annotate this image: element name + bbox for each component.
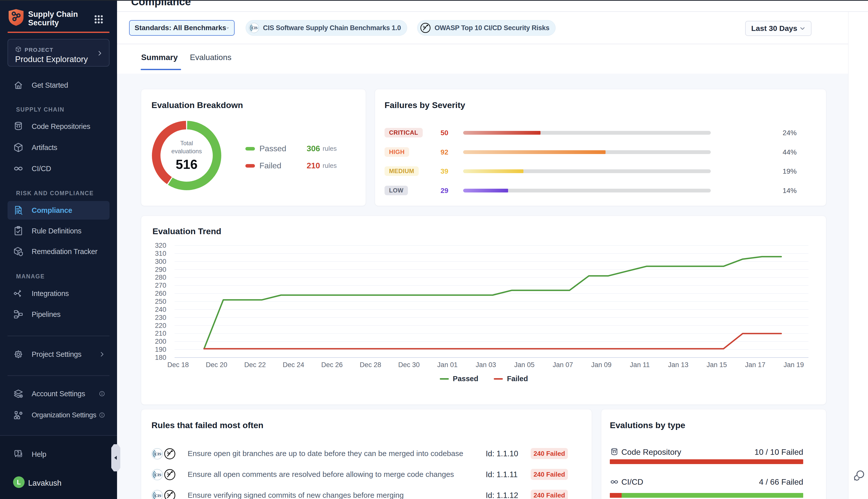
failed-count-badge: 240 Failed — [531, 469, 568, 480]
severity-bar-track — [463, 150, 711, 154]
trend-line-passed — [204, 257, 781, 349]
user-name[interactable]: Lavakush — [28, 479, 62, 488]
type-failed-ratio: 10 / 10 Failed — [755, 448, 803, 457]
sidebar-item-project-settings[interactable]: Project Settings — [8, 345, 110, 364]
cis-logo-icon — [151, 469, 163, 480]
sidebar-item-label: Code Repositories — [32, 122, 90, 131]
rule-id: Id: 1.1.12 — [486, 491, 518, 499]
type-row-cicd: CI/CD 4 / 66 Failed — [610, 476, 803, 487]
x-axis-label: Jan 19 — [784, 361, 804, 369]
sidebar-item-compliance[interactable]: Compliance — [8, 201, 110, 220]
rule-row[interactable]: Ensure verifying signed commits of new c… — [141, 489, 592, 499]
rule-logos — [151, 469, 176, 480]
sidebar-item-organization-settings[interactable]: Organization Settings — [8, 406, 110, 424]
sidebar-item-label: Account Settings — [32, 390, 85, 398]
rule-text: Ensure all open comments are resolved be… — [188, 470, 454, 479]
cube-shield-icon — [13, 246, 24, 257]
rule-text: Ensure verifying signed commits of new c… — [188, 491, 404, 499]
sidebar-item-label: Pipelines — [32, 310, 61, 319]
support-chat-icon[interactable] — [852, 468, 867, 483]
benchmark-pill-cis[interactable]: CIS Software Supply Chain Benchmarks 1.0 — [246, 20, 407, 36]
cis-logo-icon — [151, 490, 163, 499]
standards-select[interactable]: Standards: All Benchmarks — [129, 20, 235, 36]
owasp-logo-icon — [420, 23, 431, 33]
info-icon[interactable] — [99, 390, 105, 397]
sidebar-section-manage: MANAGE — [16, 273, 45, 280]
sidebar-section-risk-and-compliance: RISK AND COMPLIANCE — [16, 190, 94, 197]
x-axis-label: Jan 03 — [476, 361, 496, 369]
benchmark-pill-owasp[interactable]: OWASP Top 10 CI/CD Security Risks — [417, 20, 556, 36]
donut-total-value: 516 — [176, 157, 198, 172]
y-axis-label: 180 — [155, 354, 166, 361]
sidebar-item-label: Get Started — [32, 81, 68, 89]
info-icon[interactable] — [99, 412, 105, 418]
benchmark-pill-label: CIS Software Supply Chain Benchmarks 1.0 — [263, 24, 401, 32]
sidebar-item-remediation-tracker[interactable]: Remediation Tracker — [8, 242, 110, 261]
sidebar-item-cicd[interactable]: CI/CD — [8, 159, 110, 178]
tab-summary[interactable]: Summary — [141, 53, 178, 62]
rule-row[interactable]: Ensure open git branches are up to date … — [141, 448, 592, 461]
trend-legend: Passed Failed — [141, 375, 827, 383]
sidebar-item-rule-definitions[interactable]: Rule Definitions — [8, 222, 110, 240]
passed-bar-segment — [622, 493, 803, 498]
app-title-line2: Security — [28, 19, 91, 27]
type-bar-cicd — [610, 493, 803, 498]
sidebar-item-get-started[interactable]: Get Started — [8, 76, 110, 95]
donut-center-text: Total evaluations — [165, 139, 208, 155]
y-axis-label: 280 — [155, 273, 166, 281]
x-axis-label: Dec 20 — [206, 361, 227, 369]
y-axis-label: 220 — [155, 322, 166, 329]
card-title: Evalutions by type — [610, 421, 685, 430]
user-initial: L — [17, 479, 21, 486]
card-title: Failures by Severity — [385, 100, 465, 110]
sidebar-item-account-settings[interactable]: Account Settings — [8, 385, 110, 403]
filter-bar: Standards: All Benchmarks CIS Software S… — [117, 11, 868, 44]
legend-label: Passed — [259, 144, 307, 153]
rule-logos — [151, 490, 176, 499]
chevron-down-icon — [799, 25, 805, 32]
rule-logos — [151, 448, 176, 460]
sidebar-item-code-repositories[interactable]: Code Repositories — [8, 117, 110, 136]
sidebar-item-label: Remediation Tracker — [32, 247, 97, 256]
project-cube-icon — [15, 46, 22, 52]
date-range-select[interactable]: Last 30 Days — [745, 21, 811, 36]
severity-percent: 14% — [767, 187, 797, 195]
app-title-line1: Supply Chain — [28, 10, 91, 19]
sidebar-collapse-handle[interactable] — [111, 444, 121, 471]
legend-value: 306 — [307, 144, 320, 153]
y-axis-label: 300 — [155, 258, 166, 265]
sidebar-item-artifacts[interactable]: Artifacts — [8, 138, 110, 157]
x-axis-label: Jan 15 — [707, 361, 727, 369]
y-axis-label: 270 — [155, 282, 166, 289]
sidebar-item-label: Integrations — [32, 290, 69, 298]
sidebar-item-pipelines[interactable]: Pipelines — [8, 305, 110, 324]
rule-id: Id: 1.1.10 — [486, 449, 518, 458]
failed-bar-segment — [610, 493, 622, 498]
project-selector[interactable]: PROJECT Product Exploratory — [8, 39, 110, 66]
severity-badge: MEDIUM — [385, 166, 419, 176]
cis-logo-icon — [249, 23, 259, 33]
page-title: Compliance — [131, 0, 191, 7]
user-avatar[interactable]: L — [13, 476, 25, 488]
card-title: Evaluation Breakdown — [151, 100, 243, 110]
apps-grid-icon[interactable] — [94, 14, 104, 25]
severity-bar-fill — [463, 169, 523, 173]
code-repository-icon — [610, 448, 619, 457]
main-area: Compliance Standards: All Benchmarks CIS… — [117, 1, 868, 499]
severity-badge: HIGH — [385, 147, 409, 157]
legend-row-failed: Failed 210 rules — [245, 161, 337, 170]
tab-evaluations[interactable]: Evaluations — [189, 53, 232, 62]
sidebar-item-integrations[interactable]: Integrations — [8, 284, 110, 303]
trend-line-failed — [204, 333, 781, 349]
x-axis-label: Jan 05 — [514, 361, 534, 369]
org-chart-gear-icon — [13, 410, 24, 421]
project-name: Product Exploratory — [15, 54, 88, 64]
app-logo-shield-icon — [8, 9, 24, 26]
sidebar-item-label: Compliance — [32, 206, 72, 215]
sidebar-item-help[interactable]: Help — [8, 445, 110, 464]
y-axis-label: 250 — [155, 298, 166, 305]
sidebar-item-label: Rule Definitions — [32, 227, 82, 235]
cicd-infinity-icon — [610, 477, 619, 486]
severity-row-low: LOW 29 14% — [375, 186, 827, 196]
rule-row[interactable]: Ensure all open comments are resolved be… — [141, 468, 592, 482]
